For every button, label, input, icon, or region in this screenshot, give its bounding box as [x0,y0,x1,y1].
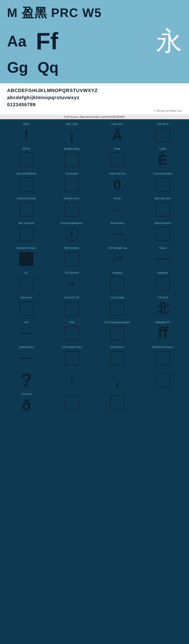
cell-latin-ext-b: Latin Ext B [140,122,186,145]
box-hiragana [110,277,124,291]
digits-line: 0123456789 [7,101,182,108]
header-section: M 盈黑 PRC W5 Aa Ff 永 Gg Qq [0,0,189,83]
box-punctuation [65,178,79,192]
label-arrows: Arrows [114,197,121,200]
preview-aa: Aa [7,32,27,50]
char-double-lines [112,258,123,260]
box-letterlike-symbols [19,202,33,216]
label-ipa-ext: IPA Ext [23,148,30,150]
preview-row1: Aa Ff 永 [7,24,182,59]
label-super-and-sub: Super And Sub [109,172,125,175]
char-zero: 0 [113,176,121,193]
cell-box-11 [140,370,186,390]
content-misc-symbols [50,251,94,267]
char-vertical-bar [20,333,32,334]
content-alphabetic-ff: ﬀ [141,325,184,342]
content-latin-ext-a: Ā [96,127,139,143]
cell-dc: DC [4,270,49,294]
label-geometric-shapes: Geometric Shapes [17,247,36,249]
label-cjk-ext-a: CJK Ext A [157,296,168,299]
label-latin-ext-additional: Latin Ext Additional [16,172,36,175]
box-misc-technical [19,227,33,241]
grid-row-11: ? ∶ , [4,370,185,390]
preview-gg: Gg [7,59,28,76]
cell-katakana: Katakana [140,270,186,294]
box-block-elements [156,227,170,241]
grid-row-1: ASCII ! Latin 1 Sup ¡ Latin Ext A Ā Lati… [4,122,185,145]
cell-half-and-full-forms: Half And Full Forms [140,345,186,368]
box-latin-ext-additional [19,178,33,192]
box-12b [110,396,124,410]
label-latin-ext-a: Latin Ext A [111,123,123,125]
label-modifier-letters: Modifier Letters [64,148,80,150]
label-latin1sup: Latin 1 Sup [66,123,78,125]
cell-latin1sup: Latin 1 Sup ¡ [49,122,95,145]
cell-greek: Greek [95,146,140,170]
grid-row-7: DC CJK Symbols ✏ Hiragana Katakana [4,270,185,294]
cell-box-12b [95,392,140,415]
content-cyrillic: È [141,152,184,168]
label-latin-ext-b: Latin Ext B [157,123,168,125]
content-cjk [5,325,48,342]
box-12a [65,396,79,410]
preview-ff: Ff [36,28,58,55]
box-currency-symbols [156,178,170,192]
content-colon: ∶ [50,372,94,388]
content-box-11 [141,372,184,388]
char-dash-line [111,234,124,235]
label-bopomofo: Bopomofo [21,296,32,299]
content-box-12a [50,394,94,411]
content-super-and-sub: 0 [96,176,139,193]
label-letterlike-symbols: Letterlike Symbols [17,197,36,200]
content-misc-technical [5,226,48,242]
char-inv-exclamation: ¡ [69,128,74,142]
grid-section: ASCII ! Latin 1 Sup ¡ Latin Ext A Ā Lati… [0,119,189,419]
cell-currency-symbols: Currency Symbols [140,171,186,195]
box-cjk-compat [110,302,124,316]
cell-block-elements: Block Elements [140,221,186,244]
cell-vertical-forms: Vertical Forms [4,345,49,368]
box-cjk-compat-forms [65,351,79,365]
cell-latin-ext-additional: Latin Ext Additional [4,171,49,195]
cell-misc-technical: Misc Technical [4,221,49,244]
cell-ascii: ASCII ! [4,122,49,145]
cell-cjk-compat-forms: CJK Compat Forms [49,345,95,368]
label-cyrillic: Cyrillic [159,148,166,150]
box-small-forms [110,351,124,365]
label-enclosed-alphanums: Enclosed Alphanums [61,222,83,224]
char-a-macron: Ā [112,127,122,143]
content-cjk-compat-forms [50,350,94,366]
alphabet-section: ABCDEFGHIJKLMNOPQRSTUVWXYZ abcdefghijklm… [0,83,189,114]
content-enclosed-alphanums: 1 [50,226,94,242]
label-cjk-ext-b: CJK Ext B [21,393,32,396]
label-cjk-symbols: CJK Symbols [65,272,79,274]
grid-row-6: Geometric Shapes Misc Symbols CJK Radica… [4,246,185,269]
content-ipa-ext [5,152,48,168]
cell-alphabetic-ff: Alphabetic FF ﬀ [140,320,186,344]
cell-geometric-shapes: Geometric Shapes [4,246,49,269]
grid-row-8: Bopomofo Enclosed CJK CJK Compat CJK Ext… [4,295,185,319]
cell-question: ? [4,370,49,390]
cell-modifier-letters: Modifier Letters [49,146,95,170]
cell-ipa-ext: IPA Ext [4,146,49,170]
cell-cjk-compat: CJK Compat [95,295,140,319]
label-number-forms: Number Forms [64,197,80,200]
cell-latin-ext-a: Latin Ext A Ā [95,122,140,145]
content-cjk-compat-ideographs [96,325,139,342]
content-letterlike-symbols [5,201,48,218]
content-question: ? [5,372,48,388]
box-bopomofo [19,302,33,316]
cell-cyrillic: Cyrillic È [140,146,186,170]
cell-super-and-sub: Super And Sub 0 [95,171,140,195]
preview-chinese: 永 [156,24,182,59]
grid-row-3: Latin Ext Additional Punctuation Super A… [4,171,185,195]
box-ipa-ext [19,153,33,167]
label-ascii: ASCII [23,123,29,125]
cell-box-12a [49,392,95,415]
content-latin1sup: ¡ [50,127,94,143]
cell-small-forms: Small Forms [95,345,140,368]
uppercase-line: ABCDEFGHIJKLMNOPQRSTUVWXYZ [7,87,182,94]
label-math-operators: Math Operators [154,197,171,200]
box-pua [65,326,79,340]
box-enclosed-cjk [65,302,79,316]
